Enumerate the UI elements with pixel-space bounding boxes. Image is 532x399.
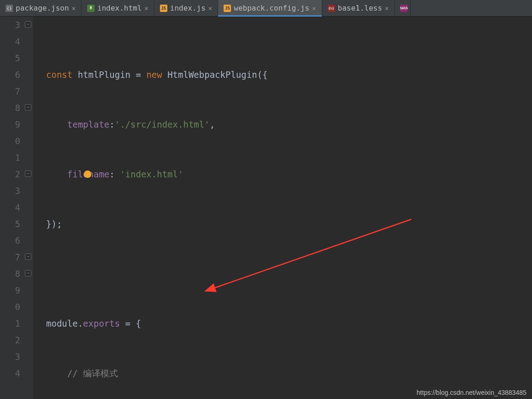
line-number: 0 (0, 299, 20, 315)
code-line: // 编译模式 (46, 365, 532, 381)
line-number: 3− (0, 17, 20, 33)
close-icon[interactable]: × (385, 5, 389, 12)
line-number: 4 (0, 33, 20, 50)
html-icon: H (87, 5, 95, 12)
line-number: 7− (0, 249, 20, 265)
line-number: 2 (0, 332, 20, 348)
line-number: 6 (0, 66, 20, 83)
line-gutter: 3− 4 5 6 7 8− 9 0 1 2− 3 4 5 6 7− 8− 9 0… (0, 17, 33, 399)
intention-bulb-icon[interactable] (84, 170, 91, 178)
code-line: }); (46, 216, 532, 232)
tab-label: index.html (97, 4, 142, 12)
code-area[interactable]: const htmlPlugin = new HtmlWebpackPlugin… (33, 17, 532, 399)
json-icon: {} (6, 5, 13, 12)
tab-webpack-config-js[interactable]: JS webpack.config.js × (218, 0, 322, 16)
line-number: 0 (0, 133, 20, 149)
line-number: 3 (0, 348, 20, 365)
code-editor[interactable]: 3− 4 5 6 7 8− 9 0 1 2− 3 4 5 6 7− 8− 9 0… (0, 17, 532, 399)
tab-index-js[interactable]: JS index.js × (154, 0, 219, 16)
tab-package-json[interactable]: {} package.json × (0, 0, 82, 16)
line-number: 4 (0, 199, 20, 216)
tab-label: index.js (170, 4, 206, 12)
js-icon: JS (224, 5, 231, 12)
fold-icon[interactable]: − (25, 253, 31, 260)
close-icon[interactable]: × (72, 5, 76, 12)
line-number: 4 (0, 365, 20, 381)
line-number: 7 (0, 83, 20, 100)
fold-icon[interactable]: − (25, 270, 31, 276)
sass-icon: SASS (400, 5, 408, 12)
line-number: 3 (0, 182, 20, 199)
tab-sass[interactable]: SASS (395, 0, 411, 16)
line-number: 9 (0, 116, 20, 133)
tab-label: package.json (16, 4, 69, 12)
line-number: 8− (0, 100, 20, 116)
close-icon[interactable]: × (144, 5, 148, 12)
tab-base1-less[interactable]: {L} base1.less × (322, 0, 395, 16)
close-icon[interactable]: × (312, 5, 316, 12)
code-line: module.exports = { (46, 315, 532, 332)
line-number: 6 (0, 232, 20, 249)
line-number: 9 (0, 282, 20, 299)
close-icon[interactable]: × (208, 5, 212, 12)
tab-bar: {} package.json × H index.html × JS inde… (0, 0, 532, 17)
line-number: 1 (0, 315, 20, 332)
code-line: const htmlPlugin = new HtmlWebpackPlugin… (46, 66, 532, 83)
js-icon: JS (160, 5, 167, 12)
tab-label: base1.less (338, 4, 382, 12)
tab-index-html[interactable]: H index.html × (82, 0, 154, 16)
fold-icon[interactable]: − (25, 104, 31, 111)
line-number: 5 (0, 216, 20, 232)
fold-icon[interactable]: − (25, 21, 31, 28)
code-line: template:'./src/index.html', (46, 116, 532, 133)
line-number: 1 (0, 149, 20, 166)
line-number: 8− (0, 265, 20, 282)
line-number: 5 (0, 50, 20, 66)
code-line (46, 265, 532, 282)
line-number: 2− (0, 166, 20, 182)
tab-label: webpack.config.js (234, 4, 309, 12)
fold-icon[interactable]: − (25, 170, 31, 177)
less-icon: {L} (328, 5, 335, 12)
code-line: filename: 'index.html' (46, 166, 532, 182)
watermark: https://blog.csdn.net/weixin_43883485 (417, 389, 526, 396)
